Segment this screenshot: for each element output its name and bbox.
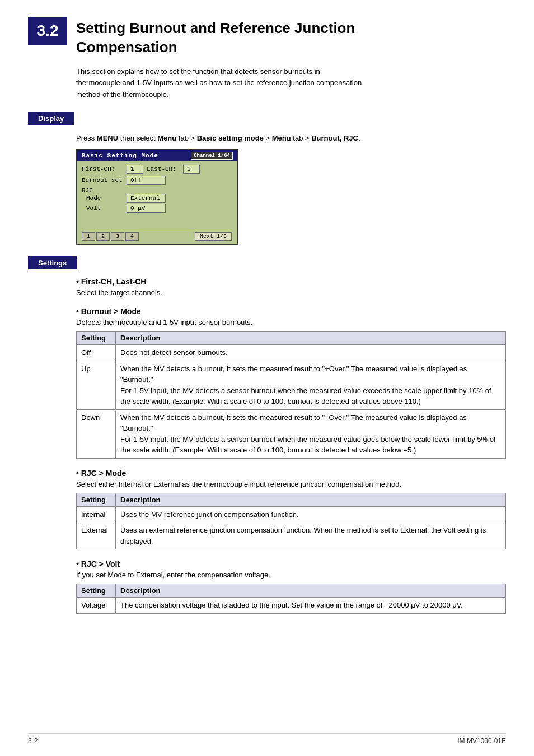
basic-setting-mode: Basic setting mode: [197, 134, 264, 142]
rjc-volt-table: Setting Description Voltage The compensa…: [76, 584, 506, 614]
device-rjc-volt-row: Volt 0 μV: [86, 204, 233, 213]
rjc-volt-table-header-setting: Setting: [77, 584, 116, 598]
device-tab-2[interactable]: 2: [96, 232, 110, 241]
bullet-3: •: [76, 559, 81, 568]
device-tab-1[interactable]: 1: [82, 232, 95, 241]
burnout-table-header-setting: Setting: [77, 332, 116, 345]
section-number: 3.2: [28, 17, 67, 45]
menu-tab1: Menu: [157, 134, 176, 142]
footer-doc-id: IM MV1000-01E: [457, 737, 506, 745]
rjc-volt-table-header-desc: Description: [116, 584, 506, 598]
settings-section: Settings • First-CH, Last-CH Select the …: [28, 256, 506, 614]
burnout-table-header-desc: Description: [116, 332, 506, 345]
device-rjc: RJC Mode External Volt 0 μV: [82, 187, 233, 214]
table-row: Down When the MV detects a burnout, it s…: [77, 409, 506, 458]
setting-title-0: • First-CH, Last-CH: [76, 277, 506, 286]
rjc-mode-value: External: [127, 194, 166, 203]
setting-item-2: • RJC > Mode Select either Internal or E…: [76, 469, 506, 550]
page: 3.2 Setting Burnout and Reference Juncti…: [0, 0, 534, 756]
section-intro: This section explains how to set the fun…: [76, 66, 506, 101]
setting-title-3: • RJC > Volt: [76, 559, 506, 568]
first-ch-value: 1: [127, 165, 143, 174]
setting-desc-3: If you set Mode to External, enter the c…: [76, 571, 506, 579]
burnout-rjc-item: Burnout, RJC: [311, 134, 358, 142]
rjc-internal-desc: Uses the MV reference junction compensat…: [116, 506, 506, 522]
footer-page-number: 3-2: [28, 737, 38, 745]
rjc-volt-value: 0 μV: [127, 204, 166, 213]
burnout-down-desc: When the MV detects a burnout, it sets t…: [116, 409, 506, 458]
device-tab-3[interactable]: 3: [111, 232, 124, 241]
setting-desc-0: Select the target channels.: [76, 288, 506, 297]
setting-title-1: • Burnout > Mode: [76, 307, 506, 316]
setting-title-2: • RJC > Mode: [76, 469, 506, 478]
table-row: Up When the MV detects a burnout, it set…: [77, 361, 506, 409]
setting-desc-2: Select either Internal or External as th…: [76, 480, 506, 488]
bullet-2: •: [76, 469, 81, 478]
bullet-0: •: [76, 277, 81, 286]
device-tab-next[interactable]: Next 1/3: [195, 232, 232, 241]
bullet-1: •: [76, 307, 81, 316]
table-row: Voltage The compensation voltage that is…: [77, 598, 506, 614]
menu-tab2: Menu: [272, 134, 291, 142]
rjc-mode-table: Setting Description Internal Uses the MV…: [76, 493, 506, 550]
table-row: Off Does not detect sensor burnouts.: [77, 345, 506, 361]
burnout-off-setting: Off: [77, 345, 116, 361]
voltage-setting: Voltage: [77, 598, 116, 614]
rjc-mode-label: Mode: [86, 195, 127, 202]
burnout-off-desc: Does not detect sensor burnouts.: [116, 345, 506, 361]
device-row-ch: First-CH: 1 Last-CH: 1: [82, 165, 233, 174]
burnout-mode-table: Setting Description Off Does not detect …: [76, 331, 506, 459]
rjc-label: RJC: [82, 187, 233, 194]
table-row: Internal Uses the MV reference junction …: [77, 506, 506, 522]
rjc-volt-label: Volt: [86, 205, 127, 212]
device-rjc-mode-row: Mode External: [86, 194, 233, 203]
display-section: Display Press MENU then select Menu tab …: [28, 112, 506, 246]
section-header: 3.2 Setting Burnout and Reference Juncti…: [28, 17, 506, 57]
setting-item-0: • First-CH, Last-CH Select the target ch…: [76, 277, 506, 297]
menu-instruction: Press MENU then select Menu tab > Basic …: [76, 133, 506, 144]
section-title: Setting Burnout and Reference JunctionCo…: [76, 17, 355, 57]
device-footer: 1 2 3 4 Next 1/3: [82, 230, 233, 241]
setting-item-1: • Burnout > Mode Detects thermocouple an…: [76, 307, 506, 459]
settings-label: Settings: [28, 256, 77, 269]
device-row-burnout: Burnout set Off: [82, 176, 233, 185]
rjc-internal-setting: Internal: [77, 506, 116, 522]
menu-key: MENU: [97, 134, 118, 142]
burnout-set-value: Off: [127, 176, 166, 185]
last-ch-value: 1: [183, 165, 200, 174]
burnout-up-desc: When the MV detects a burnout, it sets t…: [116, 361, 506, 409]
display-label: Display: [28, 112, 74, 125]
rjc-external-desc: Uses an external reference junction comp…: [116, 522, 506, 549]
device-title-bar: Basic Setting Mode Channel 1/64: [77, 150, 237, 161]
rjc-external-setting: External: [77, 522, 116, 549]
voltage-desc: The compensation voltage that is added t…: [116, 598, 506, 614]
burnout-up-setting: Up: [77, 361, 116, 409]
device-title: Basic Setting Mode: [82, 152, 158, 159]
page-footer: 3-2 IM MV1000-01E: [28, 733, 506, 745]
first-ch-label: First-CH:: [82, 166, 127, 172]
device-screen: Basic Setting Mode Channel 1/64 First-CH…: [76, 149, 238, 245]
burnout-down-setting: Down: [77, 409, 116, 458]
burnout-set-label: Burnout set: [82, 177, 127, 184]
rjc-mode-table-header-desc: Description: [116, 493, 506, 506]
setting-item-3: • RJC > Volt If you set Mode to External…: [76, 559, 506, 614]
table-row: External Uses an external reference junc…: [77, 522, 506, 549]
device-channel-badge: Channel 1/64: [191, 152, 233, 160]
device-body: First-CH: 1 Last-CH: 1 Burnout set Off R…: [77, 161, 237, 244]
setting-desc-1: Detects thermocouple and 1-5V input sens…: [76, 318, 506, 326]
last-ch-label: Last-CH:: [147, 166, 183, 172]
rjc-mode-table-header-setting: Setting: [77, 493, 116, 506]
device-tab-4[interactable]: 4: [125, 232, 139, 241]
